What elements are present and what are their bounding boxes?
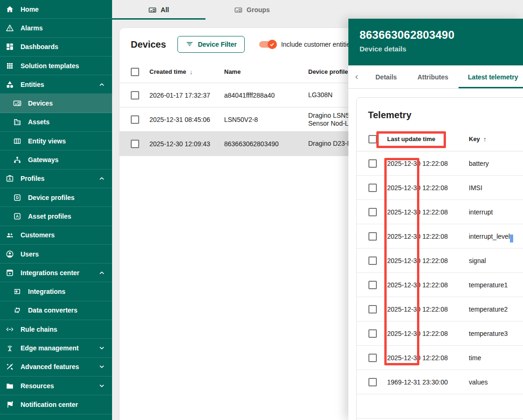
sort-desc-arrow: ↓ <box>190 68 193 76</box>
column-header-label: Key <box>469 135 480 142</box>
building-icon <box>13 118 21 126</box>
sidebar-item-label: Rule chains <box>21 326 57 333</box>
sidebar-item-entity-views[interactable]: Entity views <box>0 132 112 150</box>
telemetry-row[interactable]: 1969-12-31 23:30:00 values <box>357 370 523 394</box>
telemetry-row[interactable]: 2025-12-30 12:22:08 temperature3 <box>357 321 523 346</box>
telemetry-row[interactable]: 2025-12-30 12:22:08 time <box>357 346 523 370</box>
sidebar-item-entities[interactable]: Entities <box>0 75 112 94</box>
key-cell: interrupt <box>469 208 523 216</box>
column-header-name[interactable]: Name <box>224 68 308 75</box>
sidebar-item-integrations[interactable]: Integrations <box>0 282 112 301</box>
sidebar-item-resources[interactable]: Resources <box>0 377 112 395</box>
telemetry-row[interactable]: 2025-12-30 12:22:08 IMSI <box>357 176 523 200</box>
sidebar-item-asset-profiles[interactable]: A Asset profiles <box>0 207 112 226</box>
user-circle-icon <box>6 250 14 258</box>
panel-body: Telemetry Last update time Key ↑ 2025-12… <box>348 89 523 420</box>
svg-text:A: A <box>16 214 19 219</box>
chevron-up-icon <box>98 175 106 182</box>
panel-title: 863663062803490 <box>360 28 512 42</box>
row-checkbox[interactable] <box>368 208 377 216</box>
row-checkbox[interactable] <box>368 159 377 168</box>
sidebar-item-profiles[interactable]: Profiles <box>0 170 112 188</box>
sidebar-item-assets[interactable]: Assets <box>0 113 112 132</box>
svg-text:D: D <box>16 196 19 200</box>
column-header-created-time[interactable]: Created time ↓ <box>149 68 224 76</box>
column-header-last-update-time[interactable]: Last update time <box>387 135 469 142</box>
sidebar-item-edge-management[interactable]: Edge management <box>0 339 112 357</box>
lan-icon <box>13 156 21 164</box>
sidebar-item-data-converters[interactable]: Data converters <box>0 301 112 320</box>
row-checkbox[interactable] <box>368 378 377 386</box>
sidebar-item-label: Gateways <box>28 156 58 164</box>
tools-icon <box>6 363 14 371</box>
sidebar-item-alarms[interactable]: Alarms <box>0 19 112 37</box>
sidebar-item-label: Entities <box>21 81 44 88</box>
sidebar-item-advanced-features[interactable]: Advanced features <box>0 358 112 377</box>
column-header-key[interactable]: Key ↑ <box>469 135 523 143</box>
tabs-scroll-left-button[interactable] <box>348 65 365 88</box>
name-cell: LSN50V2-8 <box>224 116 308 123</box>
row-checkbox[interactable] <box>131 91 139 100</box>
tab-latest-telemetry[interactable]: Latest telemetry <box>459 65 523 88</box>
last-update-time-cell: 2025-12-30 12:22:08 <box>387 330 469 337</box>
sidebar-item-label: Alarms <box>21 24 42 32</box>
sidebar-item-gateways[interactable]: Gateways <box>0 150 112 169</box>
app-root: Home Alarms Dashboards Solution template… <box>0 0 523 420</box>
tab-groups[interactable]: Groups <box>205 0 299 20</box>
last-update-time-cell: 2025-12-30 12:22:08 <box>387 233 469 240</box>
asset-profile-icon: A <box>13 212 21 221</box>
row-checkbox[interactable] <box>131 115 139 124</box>
sidebar-item-label: Asset profiles <box>28 213 71 220</box>
tab-all[interactable]: All <box>112 0 205 20</box>
device-filter-label: Device Filter <box>198 41 237 48</box>
telemetry-row[interactable]: 2025-12-30 12:22:08 temperature1 <box>357 273 523 297</box>
device-profile-icon: D <box>13 193 21 202</box>
integration-box-icon <box>6 269 14 277</box>
sidebar-item-label: Device profiles <box>28 194 75 201</box>
input-icon <box>13 287 21 296</box>
key-cell: values <box>469 378 523 386</box>
category-icon <box>6 80 14 89</box>
key-cell: signal <box>469 257 523 264</box>
row-checkbox[interactable] <box>131 140 139 148</box>
sidebar-item-customers[interactable]: Customers <box>0 226 112 245</box>
sidebar-item-home[interactable]: Home <box>0 0 112 19</box>
sidebar-item-users[interactable]: Users <box>0 245 112 263</box>
row-checkbox[interactable] <box>368 329 377 338</box>
row-checkbox[interactable] <box>368 354 377 362</box>
row-checkbox[interactable] <box>368 232 377 241</box>
telemetry-row[interactable]: 2025-12-30 12:22:08 signal <box>357 249 523 273</box>
sidebar-item-devices[interactable]: Devices <box>0 94 112 113</box>
toggle-knob <box>268 40 277 49</box>
tab-attributes[interactable]: Attributes <box>407 65 459 88</box>
home-icon <box>6 5 14 14</box>
sidebar-item-rule-chains[interactable]: Rule chains <box>0 320 112 339</box>
row-checkbox[interactable] <box>368 305 377 313</box>
sidebar-item-notification-center[interactable]: Notification center <box>0 395 112 414</box>
select-all-checkbox[interactable] <box>368 135 377 143</box>
sidebar-item-solution-templates[interactable]: Solution templates <box>0 57 112 75</box>
sidebar-item-label: Profiles <box>21 175 44 182</box>
panel-subtitle: Device details <box>360 45 512 53</box>
include-customer-entities-toggle[interactable] <box>259 40 277 49</box>
chevron-up-icon <box>98 81 106 88</box>
key-cell: time <box>469 354 523 362</box>
empty-row <box>357 394 523 419</box>
telemetry-row[interactable]: 2025-12-30 12:22:08 interrupt_level <box>357 224 523 249</box>
sidebar-item-label: Data converters <box>28 306 78 314</box>
telemetry-row[interactable]: 2025-12-30 12:22:08 interrupt <box>357 200 523 224</box>
sidebar-item-integrations-center[interactable]: Integrations center <box>0 263 112 282</box>
telemetry-row[interactable]: 2025-12-30 12:22:08 temperature2 <box>357 297 523 321</box>
sidebar-item-device-profiles[interactable]: D Device profiles <box>0 188 112 207</box>
sidebar-item-dashboards[interactable]: Dashboards <box>0 38 112 57</box>
tab-details[interactable]: Details <box>365 65 407 88</box>
device-filter-button[interactable]: Device Filter <box>177 36 245 53</box>
row-checkbox[interactable] <box>368 184 377 192</box>
select-all-checkbox[interactable] <box>131 68 139 76</box>
badge-icon <box>6 174 14 183</box>
row-checkbox[interactable] <box>368 281 377 289</box>
telemetry-row[interactable]: 2025-12-30 12:22:08 battery <box>357 151 523 176</box>
last-update-time-cell: 1969-12-31 23:30:00 <box>387 378 469 386</box>
last-update-time-cell: 2025-12-30 12:22:08 <box>387 354 469 362</box>
row-checkbox[interactable] <box>368 256 377 265</box>
